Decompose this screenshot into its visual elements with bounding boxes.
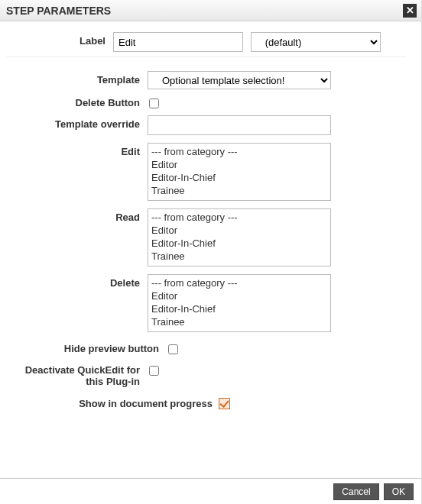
list-item[interactable]: Editor-In-Chief [151,302,327,315]
list-item[interactable]: Editor [151,289,327,302]
list-item[interactable]: Editor-In-Chief [151,237,327,250]
label-delete: Delete [6,274,148,289]
cancel-button[interactable]: Cancel [333,483,378,500]
edit-roles-listbox[interactable]: --- from category --- Editor Editor-In-C… [148,143,331,201]
list-item[interactable]: Editor-In-Chief [151,171,327,184]
dialog-titlebar: STEP PARAMETERS ✕ [0,0,421,21]
list-item[interactable]: --- from category --- [151,145,327,158]
list-item[interactable]: Trainee [151,184,327,197]
label-read: Read [6,208,148,223]
template-override-input[interactable] [148,115,331,135]
label-deactivate-quickedit: Deactivate QuickEdit for this Plug-in [6,361,148,387]
dialog-body: Label (default) Template Optional templa… [0,21,421,478]
label-hide-preview: Hide preview button [6,340,167,354]
list-item[interactable]: --- from category --- [151,276,327,289]
label-template: Template [6,71,148,86]
show-in-progress-checkbox[interactable] [219,398,230,409]
delete-button-checkbox[interactable] [149,99,159,108]
template-select[interactable]: Optional template selection! [148,71,331,89]
list-item[interactable]: --- from category --- [151,211,327,224]
delete-roles-listbox[interactable]: --- from category --- Editor Editor-In-C… [148,274,331,332]
dialog-title: STEP PARAMETERS [6,5,111,17]
label-show-in-progress: Show in document progress [79,398,213,409]
label-label: Label [6,32,113,47]
list-item[interactable]: Editor [151,224,327,237]
close-icon: ✕ [406,5,414,15]
label-input[interactable] [113,32,243,52]
step-parameters-dialog: STEP PARAMETERS ✕ Label (default) Templa… [0,0,422,504]
hide-preview-checkbox[interactable] [168,344,178,354]
label-template-override: Template override [6,115,148,130]
label-edit: Edit [6,143,148,157]
label-locale-select[interactable]: (default) [251,32,381,52]
ok-button[interactable]: OK [384,483,414,500]
close-button[interactable]: ✕ [403,4,417,18]
list-item[interactable]: Editor [151,158,327,171]
list-item[interactable]: Trainee [151,250,327,263]
read-roles-listbox[interactable]: --- from category --- Editor Editor-In-C… [148,208,331,267]
label-delete-button: Delete Button [6,94,148,108]
list-item[interactable]: Trainee [151,315,327,328]
deactivate-quickedit-checkbox[interactable] [149,366,159,376]
dialog-footer: Cancel OK [0,478,421,504]
